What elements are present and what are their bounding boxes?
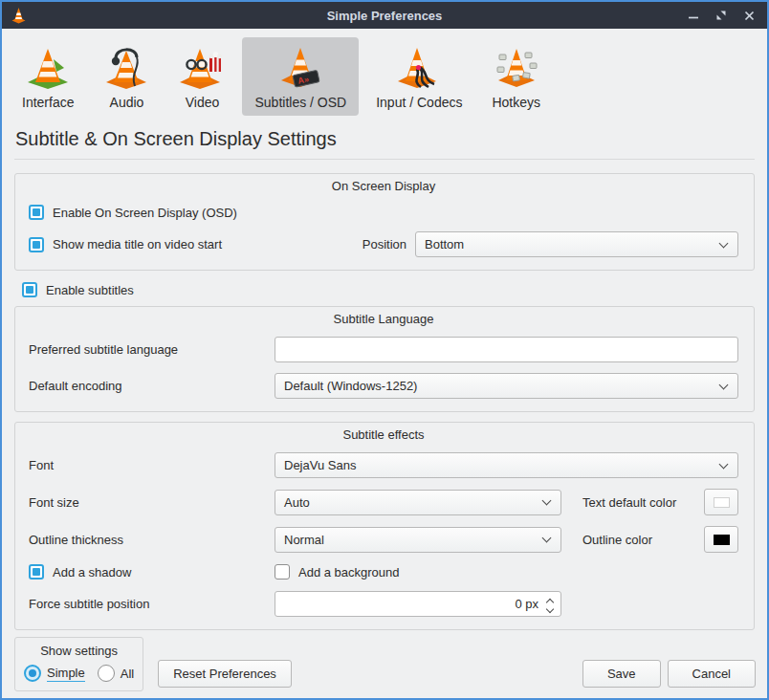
reset-preferences-button[interactable]: Reset Preferences <box>158 660 292 688</box>
input-codecs-icon <box>396 44 442 90</box>
font-label: Font <box>29 458 275 472</box>
action-buttons: Save Cancel <box>582 660 756 691</box>
font-size-row: Font size Auto Text default color <box>29 489 738 515</box>
shadow-background-row: Add a shadow Add a background <box>29 563 738 580</box>
cancel-button[interactable]: Cancel <box>668 660 756 688</box>
font-value: DejaVu Sans <box>284 458 720 472</box>
toolbar-item-input-codecs[interactable]: Input / Codecs <box>363 37 474 116</box>
enable-subtitles-checkbox[interactable]: Enable subtitles <box>22 282 134 297</box>
toolbar-label: Audio <box>110 95 144 110</box>
outline-thickness-label: Outline thickness <box>29 533 275 547</box>
audio-icon <box>103 44 149 90</box>
force-subtitle-position-spinbox[interactable]: 0 px <box>275 591 561 617</box>
toolbar-label: Hotkeys <box>492 95 540 110</box>
interface-icon <box>25 44 71 90</box>
chevron-down-icon <box>719 238 729 248</box>
show-settings-title: Show settings <box>40 644 118 658</box>
toolbar-item-subtitles-osd[interactable]: A» Subtitles / OSD <box>242 37 359 116</box>
add-shadow-label: Add a shadow <box>53 565 131 580</box>
page-title: Subtitle & On Screen Display Settings <box>15 128 767 150</box>
subtitle-language-group: Subtitle Language Preferred subtitle lan… <box>14 306 755 412</box>
text-default-color-label: Text default color <box>561 495 704 510</box>
radio-all-label: All <box>121 667 134 681</box>
window-controls <box>687 9 756 22</box>
footer: Show settings Simple All Reset Preferenc… <box>14 637 756 691</box>
position-value: Bottom <box>425 237 720 252</box>
spin-down-icon[interactable] <box>546 604 554 612</box>
preferred-language-label: Preferred subtitle language <box>29 342 275 357</box>
spinbox-value: 0 px <box>283 597 547 611</box>
text-default-color-button[interactable] <box>704 489 738 515</box>
heading-divider <box>14 159 755 160</box>
close-button[interactable] <box>742 9 756 22</box>
enable-osd-checkbox[interactable]: Enable On Screen Display (OSD) <box>29 205 738 220</box>
chevron-down-icon <box>542 496 552 506</box>
media-title-row: Show media title on video start Position… <box>29 231 738 257</box>
position-select[interactable]: Bottom <box>415 231 738 257</box>
maximize-button[interactable] <box>714 9 728 22</box>
outline-color-button[interactable] <box>704 526 738 553</box>
osd-group-title: On Screen Display <box>29 179 738 193</box>
position-label: Position <box>275 237 415 252</box>
checkbox-checked-icon <box>29 237 44 252</box>
force-position-row: Force subtitle position 0 px <box>29 591 738 617</box>
video-icon <box>179 44 225 90</box>
outline-thickness-value: Normal <box>284 533 543 547</box>
add-shadow-checkbox[interactable]: Add a shadow <box>29 564 275 580</box>
toolbar-item-interface[interactable]: Interface <box>10 37 86 116</box>
radio-simple-label: Simple <box>47 666 85 682</box>
preferred-language-row: Preferred subtitle language <box>29 337 738 362</box>
show-media-title-label: Show media title on video start <box>53 237 222 252</box>
preferred-subtitle-language-input[interactable] <box>275 337 738 362</box>
chevron-down-icon <box>719 459 729 469</box>
simple-preferences-window: Simple Preferences <box>0 0 769 700</box>
toolbar-label: Interface <box>22 95 74 110</box>
outline-color-swatch <box>714 535 730 545</box>
window-title: Simple Preferences <box>327 9 443 23</box>
vlc-logo-icon <box>11 7 27 25</box>
enable-subtitles-label: Enable subtitles <box>46 283 134 297</box>
show-media-title-checkbox[interactable]: Show media title on video start <box>29 237 275 252</box>
checkbox-checked-icon <box>29 564 44 580</box>
radio-simple[interactable]: Simple <box>24 665 85 682</box>
enable-osd-label: Enable On Screen Display (OSD) <box>53 206 237 220</box>
subtitle-language-group-title: Subtitle Language <box>29 312 738 326</box>
titlebar[interactable]: Simple Preferences <box>2 2 767 29</box>
save-button[interactable]: Save <box>582 660 661 688</box>
radio-selected-icon <box>24 665 41 682</box>
outline-thickness-select[interactable]: Normal <box>275 527 561 553</box>
toolbar-label: Subtitles / OSD <box>254 95 346 110</box>
show-settings-group: Show settings Simple All <box>14 637 143 691</box>
toolbar-label: Video <box>186 95 220 110</box>
close-icon <box>744 11 755 21</box>
subtitles-osd-icon: A» <box>277 44 323 90</box>
toolbar-item-hotkeys[interactable]: Hotkeys <box>479 37 553 116</box>
minimize-button[interactable] <box>687 9 700 22</box>
default-encoding-select[interactable]: Default (Windows-1252) <box>275 373 738 399</box>
font-size-value: Auto <box>284 495 543 510</box>
enable-subtitles-row: Enable subtitles <box>22 282 755 297</box>
text-color-swatch <box>714 497 730 508</box>
chevron-down-icon <box>719 380 729 389</box>
toolbar-item-video[interactable]: Video <box>166 37 237 116</box>
default-encoding-value: Default (Windows-1252) <box>284 379 720 393</box>
checkbox-checked-icon <box>22 282 37 297</box>
font-select[interactable]: DejaVu Sans <box>275 452 738 478</box>
add-background-label: Add a background <box>298 565 400 580</box>
subtitle-effects-group-title: Subtitle effects <box>29 427 738 442</box>
font-size-select[interactable]: Auto <box>275 490 561 515</box>
chevron-down-icon <box>542 534 552 543</box>
add-background-checkbox[interactable]: Add a background <box>275 564 738 580</box>
font-size-label: Font size <box>29 495 275 510</box>
outline-color-label: Outline color <box>561 533 704 547</box>
restore-icon <box>715 10 727 21</box>
radio-all[interactable]: All <box>98 665 134 682</box>
minimize-icon <box>688 10 699 21</box>
spinbox-buttons <box>547 597 553 612</box>
show-settings-options: Simple All <box>24 665 134 682</box>
toolbar-item-audio[interactable]: Audio <box>91 37 162 116</box>
outline-thickness-row: Outline thickness Normal Outline color <box>29 526 738 553</box>
preferences-toolbar: Interface Audio <box>2 29 767 116</box>
osd-group: On Screen Display Enable On Screen Displ… <box>14 173 755 271</box>
default-encoding-row: Default encoding Default (Windows-1252) <box>29 373 738 399</box>
